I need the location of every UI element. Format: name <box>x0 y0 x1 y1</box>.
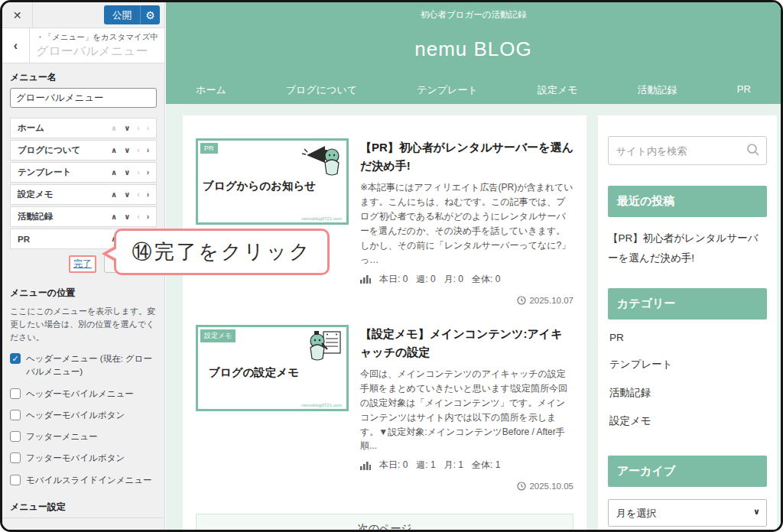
clock-icon <box>517 296 526 305</box>
nav-item-about[interactable]: ブログについて <box>286 83 357 97</box>
menu-location-description: ここにこのメニューを表示します。変更したい場合は、別の位置を選んでください。 <box>10 305 157 344</box>
clock-icon <box>517 482 526 491</box>
checkbox-icon[interactable] <box>10 388 21 399</box>
move-right-icon[interactable]: › <box>147 146 149 154</box>
move-up-icon[interactable]: ∧ <box>111 168 117 177</box>
archive-select[interactable]: 月を選択 <box>608 499 767 527</box>
move-right-icon[interactable]: › <box>147 212 149 221</box>
move-left-icon[interactable]: ‹ <box>137 124 139 132</box>
post-date: 2025.10.07 <box>360 296 573 305</box>
location-option-footer-menu: フッターメニュー <box>10 430 157 443</box>
menu-location-title: メニューの位置 <box>10 287 157 300</box>
close-icon[interactable]: ✕ <box>2 2 33 28</box>
checkbox-label: フッターモバイルボタン <box>26 452 125 465</box>
category-badge: PR <box>200 143 218 154</box>
screenshot-frame: ✕ 公開 ⚙ ‹ ・「メニュー」をカスタマイズ中 グローバルメニュー メニュー名… <box>0 0 783 532</box>
menu-name-input[interactable] <box>10 88 157 108</box>
post-card: PR ブログからのお知らせ nemublog0721.com <box>196 138 573 305</box>
move-right-icon[interactable]: › <box>147 168 149 177</box>
customizer-section-header: ‹ ・「メニュー」をカスタマイズ中 グローバルメニュー <box>2 28 164 63</box>
stat-total: 全体: 1 <box>472 459 500 472</box>
category-link-pr[interactable]: PR <box>608 324 767 350</box>
move-left-icon[interactable]: ‹ <box>137 212 139 221</box>
stat-week: 週: 0 <box>416 273 435 286</box>
blog-sidebar: 最近の投稿 【PR】初心者がレンタルサーバーを選んだ決め手! カテゴリー PR … <box>598 115 777 530</box>
stats-chart-icon <box>360 274 371 284</box>
nav-item-activity[interactable]: 活動記録 <box>638 83 677 97</box>
move-down-icon[interactable]: ∨ <box>124 124 130 132</box>
post-text-block: 【PR】初心者がレンタルサーバーを選んだ決め手! ※本記事にはアフィリエイト広告… <box>360 138 573 305</box>
next-page-button[interactable]: 次のページ <box>196 514 573 530</box>
post-excerpt: 今回は、メインコンテンツのアイキャッチの設定手順をまとめていきたいと思います!設… <box>360 367 573 454</box>
customizing-label: ・「メニュー」をカスタマイズ中 <box>36 32 158 43</box>
checkbox-label: ヘッダーモバイルボタン <box>26 409 125 422</box>
move-left-icon[interactable]: ‹ <box>137 146 139 154</box>
nav-item-home[interactable]: ホーム <box>196 83 226 97</box>
stat-month: 月: 0 <box>444 273 463 286</box>
gear-icon[interactable]: ⚙ <box>140 5 160 24</box>
search-input[interactable] <box>608 136 767 165</box>
move-down-icon[interactable]: ∨ <box>124 212 130 221</box>
post-title[interactable]: 【設定メモ】メインコンテンツ:アイキャッチの設定 <box>360 325 573 362</box>
post-date-text: 2025.10.07 <box>529 296 573 305</box>
categories-widget-title: カテゴリー <box>608 288 767 320</box>
reorder-arrows: ∧ ∨ ‹ › <box>111 146 149 154</box>
site-title[interactable]: nemu BLOG <box>166 37 781 61</box>
menu-item-label: ブログについて <box>18 144 111 156</box>
category-badge: 設定メモ <box>200 329 236 342</box>
nav-item-pr[interactable]: PR <box>737 83 751 97</box>
menu-item-activity[interactable]: 活動記録 ∧ ∨ ‹ › <box>10 206 157 227</box>
move-left-icon[interactable]: ‹ <box>137 190 139 199</box>
publish-button-group: 公開 ⚙ <box>104 5 160 24</box>
menu-item-label: ホーム <box>18 122 111 134</box>
back-icon[interactable]: ‹ <box>2 28 30 63</box>
menu-item-about[interactable]: ブログについて ∧ ∨ ‹ › <box>10 140 157 161</box>
publish-button[interactable]: 公開 <box>104 5 140 24</box>
recent-post-link[interactable]: 【PR】初心者がレンタルサーバーを選んだ決め手! <box>608 229 767 268</box>
menu-item-home[interactable]: ホーム ∧ ∨ ‹ › <box>10 118 157 138</box>
move-up-icon[interactable]: ∧ <box>111 124 117 132</box>
move-right-icon[interactable]: › <box>147 124 149 132</box>
checkbox-icon[interactable] <box>10 431 21 442</box>
menu-settings-title: メニュー設定 <box>10 501 157 514</box>
category-link-template[interactable]: テンプレート <box>608 350 767 378</box>
done-link[interactable]: 完了 <box>73 258 92 269</box>
customizer-topbar: ✕ 公開 ⚙ <box>2 2 164 28</box>
move-down-icon[interactable]: ∨ <box>124 190 130 199</box>
menu-item-settings-memo[interactable]: 設定メモ ∧ ∨ ‹ › <box>10 184 157 205</box>
move-down-icon[interactable]: ∨ <box>124 168 130 177</box>
post-date-text: 2025.10.05 <box>529 482 573 491</box>
move-left-icon[interactable]: ‹ <box>137 168 139 177</box>
checkbox-checked-icon[interactable]: ✓ <box>10 353 21 364</box>
post-thumbnail[interactable]: PR ブログからのお知らせ nemublog0721.com <box>196 138 349 225</box>
category-link-settings-memo[interactable]: 設定メモ <box>608 407 767 435</box>
topbar-spacer <box>33 2 99 28</box>
category-link-activity[interactable]: 活動記録 <box>608 378 767 407</box>
location-option-mobile-slidein-menu: モバイルスライドインメニュー <box>10 474 157 487</box>
move-up-icon[interactable]: ∧ <box>111 146 117 154</box>
location-option-header-mobile-button: ヘッダーモバイルボタン <box>10 409 157 422</box>
callout-tail-inner <box>107 248 117 259</box>
post-thumbnail[interactable]: 設定メモ ブログの設定メモ nemublog0721.c <box>196 325 349 411</box>
nav-item-settings-memo[interactable]: 設定メモ <box>538 83 578 97</box>
checkbox-icon[interactable] <box>10 410 21 420</box>
post-title[interactable]: 【PR】初心者がレンタルサーバーを選んだ決め手! <box>360 138 573 175</box>
section-header-text: ・「メニュー」をカスタマイズ中 グローバルメニュー <box>30 28 164 63</box>
annotation-callout: ⑭完了をクリック <box>114 229 330 275</box>
move-down-icon[interactable]: ∨ <box>124 146 130 154</box>
archive-select-wrap: 月を選択 ∨ <box>608 499 767 527</box>
menu-item-template[interactable]: テンプレート ∧ ∨ ‹ › <box>10 162 157 183</box>
location-option-header-menu: ✓ ヘッダーメニュー (現在: グローバルメニュー) <box>10 352 157 379</box>
checkbox-icon[interactable] <box>10 453 21 463</box>
search-box <box>608 136 767 165</box>
nav-item-template[interactable]: テンプレート <box>417 83 478 97</box>
checkbox-label: モバイルスライドインメニュー <box>26 474 152 487</box>
stat-today: 本日: 0 <box>379 459 408 472</box>
menu-item-label: 活動記録 <box>18 211 111 222</box>
move-right-icon[interactable]: › <box>147 190 149 199</box>
move-up-icon[interactable]: ∧ <box>111 212 117 221</box>
search-icon[interactable] <box>746 143 760 157</box>
menu-item-label: テンプレート <box>18 167 111 178</box>
move-up-icon[interactable]: ∧ <box>111 190 117 199</box>
checkbox-icon[interactable] <box>10 475 21 485</box>
